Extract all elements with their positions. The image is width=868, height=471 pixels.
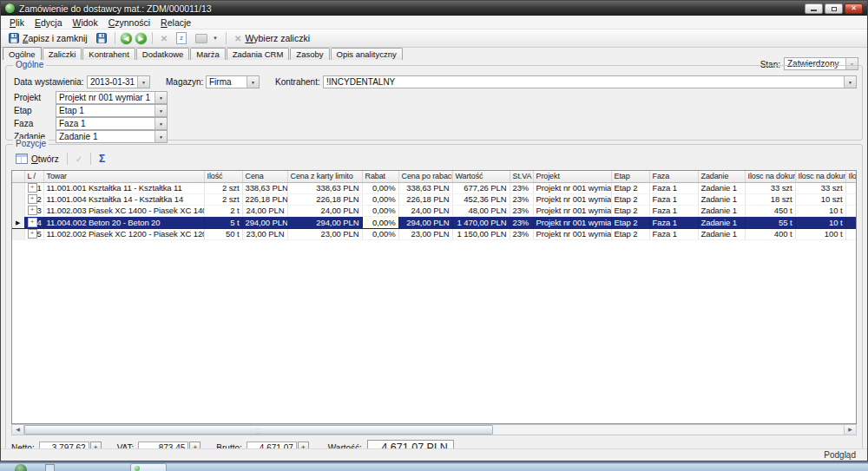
grid-cell[interactable]: 10 szt <box>795 193 845 205</box>
grid-row[interactable]: ▶+411.004.002 Beton 20 - Beton 205 t294,… <box>12 216 857 228</box>
grid-cell[interactable]: 677,26 PLN <box>452 182 510 193</box>
minimize-icon[interactable] <box>805 3 823 14</box>
grid-cell[interactable]: +3 <box>24 205 43 216</box>
open-position-button[interactable]: Otwórz <box>11 152 63 166</box>
grid-cell[interactable]: 338,63 PLN <box>398 182 452 193</box>
taskbar-app-button[interactable] <box>130 463 167 471</box>
save-and-close-button[interactable]: Zapisz i zamknij <box>4 31 92 45</box>
tab-marza[interactable]: Marża <box>190 48 225 61</box>
grid-column-header[interactable]: Cena <box>242 171 287 182</box>
grid-cell[interactable]: Projekt nr 001 wymiar 1 <box>533 193 611 205</box>
grid-cell[interactable]: 226,18 PLN <box>398 193 452 205</box>
grid-cell[interactable]: +1 <box>24 182 43 193</box>
restore-icon[interactable] <box>825 3 843 14</box>
grid-cell[interactable]: Etap 2 <box>611 182 649 193</box>
row-selector-cell[interactable] <box>12 205 24 216</box>
grid-cell[interactable]: 10 t <box>795 216 845 228</box>
warehouse-combo[interactable]: Firma <box>206 75 260 88</box>
back-icon[interactable]: ◀ <box>121 33 132 44</box>
grid-row[interactable]: +311.002.003 Piasek XC 1400 - Piasek XC … <box>12 205 857 216</box>
grid-cell[interactable]: 18 szt <box>745 193 795 205</box>
grid-cell[interactable]: 2 szt <box>204 182 242 193</box>
grid-column-header[interactable]: Ilosc n <box>845 171 857 182</box>
project-combo[interactable]: Projekt nr 001 wymiar 1 <box>56 91 168 104</box>
grid-cell[interactable]: 1 470,00 PLN <box>452 216 510 228</box>
expand-plus-icon[interactable]: + <box>28 229 37 239</box>
grid-cell[interactable]: 23% <box>510 228 533 239</box>
grid-column-header[interactable]: Rabat <box>362 171 398 182</box>
tab-kontrahent[interactable]: Kontrahent <box>82 48 135 61</box>
grid-cell[interactable]: 24,00 PLN <box>287 205 362 216</box>
grid-cell[interactable]: 11.002.002 Piasek XC 1200 - Piasek XC 12… <box>43 228 204 239</box>
issue-date-combo[interactable]: 2013-01-31 <box>87 75 150 88</box>
grid-column-header[interactable]: Ilosc na dokument. <box>745 171 795 182</box>
grid-cell[interactable]: +2 <box>24 193 43 205</box>
expand-plus-icon[interactable]: + <box>28 206 37 215</box>
grid-row[interactable]: +111.001.001 Kształtka 11 - Kształtka 11… <box>12 182 857 193</box>
grid-cell[interactable]: 23,00 PLN <box>287 228 362 239</box>
grid-row[interactable]: +511.002.002 Piasek XC 1200 - Piasek XC … <box>12 228 857 239</box>
grid-cell[interactable]: 24,00 PLN <box>242 205 287 216</box>
grid-cell[interactable]: Etap 2 <box>611 205 649 216</box>
grid-cell[interactable]: 2 szt <box>204 193 242 205</box>
grid-cell[interactable]: 11.001.004 Kształtka 14 - Kształtka 14 <box>43 193 204 205</box>
taskbar-icon[interactable] <box>45 464 55 471</box>
grid-column-header[interactable]: Zadanie <box>698 171 745 182</box>
grid-cell[interactable] <box>845 193 857 205</box>
grid-column-header[interactable]: St.VA <box>510 171 533 182</box>
grid-cell[interactable]: Zadanie 1 <box>698 228 745 239</box>
grid-column-header[interactable]: Wartość <box>452 171 510 182</box>
grid-cell[interactable]: 55 t <box>745 216 795 228</box>
grid-cell[interactable]: 294,00 PLN <box>287 216 362 228</box>
grid-column-header[interactable]: Projekt <box>533 171 611 182</box>
grid-cell[interactable]: 294,00 PLN <box>398 216 452 228</box>
refresh-button[interactable]: z <box>172 30 191 46</box>
choose-advances-button[interactable]: ✕ Wybierz zaliczki <box>230 31 314 45</box>
row-selector-cell[interactable]: ▶ <box>12 216 24 228</box>
expand-plus-icon[interactable]: + <box>28 218 37 227</box>
grid-cell[interactable]: 226,18 PLN <box>242 193 287 205</box>
contractor-combo[interactable]: !INCYDENTALNY <box>323 75 857 88</box>
grid-cell[interactable]: 24,00 PLN <box>398 205 452 216</box>
grid-cell[interactable]: Zadanie 1 <box>698 216 745 228</box>
expand-plus-icon[interactable]: + <box>28 194 37 204</box>
grid-cell[interactable]: 1 150,00 PLN <box>452 228 510 239</box>
grid-cell[interactable]: Projekt nr 001 wymiar 1 <box>533 205 611 216</box>
task-combo[interactable]: Zadanie 1 <box>56 130 168 143</box>
start-orb-icon[interactable] <box>15 464 27 471</box>
row-selector-cell[interactable] <box>12 228 24 239</box>
row-selector-cell[interactable] <box>12 182 24 193</box>
grid-cell[interactable]: 48,00 PLN <box>452 205 510 216</box>
grid-column-header[interactable]: Faza <box>649 171 698 182</box>
print-button[interactable]: ▼ <box>191 32 222 45</box>
grid-cell[interactable]: 33 szt <box>745 182 795 193</box>
row-selector-cell[interactable] <box>12 193 24 205</box>
save-button[interactable] <box>92 31 111 45</box>
grid-cell[interactable]: Faza 1 <box>649 228 698 239</box>
grid-cell[interactable]: Etap 2 <box>611 193 649 205</box>
grid-cell[interactable]: 100 t <box>795 228 845 239</box>
tab-zasoby[interactable]: Zasoby <box>290 48 329 61</box>
sum-button[interactable]: Σ <box>95 152 109 166</box>
grid-cell[interactable]: 294,00 PLN <box>242 216 287 228</box>
grid-cell[interactable]: 11.002.003 Piasek XC 1400 - Piasek XC 14… <box>43 205 204 216</box>
grid-cell[interactable]: 452,36 PLN <box>452 193 510 205</box>
grid-cell[interactable]: 11.004.002 Beton 20 - Beton 20 <box>43 216 204 228</box>
grid-cell[interactable]: +5 <box>24 228 43 239</box>
phase-combo[interactable]: Faza 1 <box>56 117 168 130</box>
grid-cell[interactable]: Zadanie 1 <box>698 205 745 216</box>
grid-column-header[interactable]: Towar <box>43 171 204 182</box>
menu-widok[interactable]: Widok <box>67 16 102 29</box>
grid-cell[interactable]: 400 t <box>745 228 795 239</box>
menu-czynnosci[interactable]: Czynności <box>103 16 155 29</box>
grid-cell[interactable]: Faza 1 <box>649 216 698 228</box>
grid-cell[interactable]: Zadanie 1 <box>698 193 745 205</box>
grid-cell[interactable]: Zadanie 1 <box>698 182 745 193</box>
tab-zaliczki[interactable]: Zaliczki <box>43 48 82 61</box>
grid-cell[interactable]: 450 t <box>745 205 795 216</box>
grid-cell[interactable]: 50 t <box>204 228 242 239</box>
grid-cell[interactable]: 5 t <box>204 216 242 228</box>
grid-column-header[interactable]: Etap <box>611 171 649 182</box>
grid-cell[interactable]: 0,00% <box>362 228 398 239</box>
grid-cell[interactable]: 23,00 PLN <box>398 228 452 239</box>
